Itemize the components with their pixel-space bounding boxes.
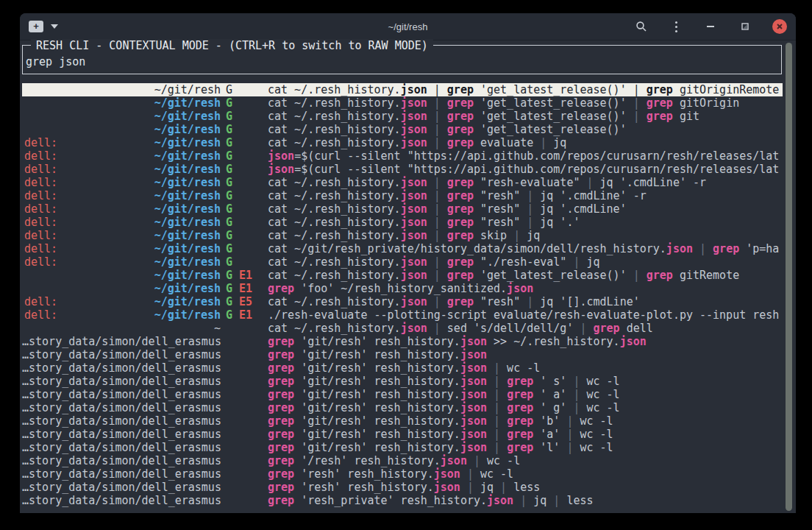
row-flags: G E1 bbox=[221, 282, 268, 295]
row-left-column: ~/git/resh bbox=[22, 123, 221, 136]
history-row[interactable]: dell:~/git/reshGcat ~/.resh_history.json… bbox=[22, 136, 783, 149]
history-row[interactable]: dell:~/git/reshGcat ~/.resh_history.json… bbox=[22, 229, 783, 242]
history-row[interactable]: ~/git/reshG E1grep 'foo' ~/resh_history_… bbox=[22, 282, 783, 295]
row-left-column: …story_data/simon/dell_erasmus bbox=[22, 467, 221, 481]
history-row[interactable]: ~/git/reshGcat ~/.resh_history.json | gr… bbox=[22, 123, 783, 136]
row-flags: G bbox=[221, 255, 268, 269]
command-text: cat ~/.resh_history.json | grep 'get_lat… bbox=[268, 269, 783, 282]
directory-label: ~ bbox=[214, 322, 221, 335]
history-row[interactable]: dell:~/git/reshGcat ~/.resh_history.json… bbox=[22, 189, 783, 202]
command-text: json=$(curl --silent "https://api.github… bbox=[268, 163, 783, 176]
history-row[interactable]: …story_data/simon/dell_erasmusgrep 'resh… bbox=[22, 481, 783, 494]
directory-label: ~/git/resh bbox=[154, 163, 221, 176]
history-row[interactable]: ~/git/reshGcat ~/.resh_history.json | gr… bbox=[22, 96, 783, 110]
command-text: cat ~/.resh_history.json | grep 'get_lat… bbox=[268, 110, 783, 123]
history-row[interactable]: dell:~/git/reshGcat ~/.resh_history.json… bbox=[22, 255, 783, 269]
row-left-column: ~/git/resh bbox=[22, 83, 221, 96]
git-flag: G bbox=[226, 202, 232, 216]
directory-label: ~/git/resh bbox=[154, 110, 221, 123]
row-left-column: ~/git/resh bbox=[22, 110, 221, 123]
restore-button[interactable] bbox=[738, 19, 752, 34]
history-row[interactable]: …story_data/simon/dell_erasmusgrep 'git/… bbox=[22, 401, 783, 414]
command-text: cat ~/.resh_history.json | grep 'get_lat… bbox=[268, 96, 783, 110]
history-row[interactable]: …story_data/simon/dell_erasmusgrep 'git/… bbox=[22, 414, 783, 428]
command-text: cat ~/.resh_history.json | grep "resh" |… bbox=[268, 189, 783, 202]
directory-label: ~/git/resh bbox=[154, 308, 221, 322]
directory-label: …story_data/simon/dell_erasmus bbox=[22, 401, 221, 414]
history-row[interactable]: ~/git/reshGcat ~/.resh_history.json | gr… bbox=[22, 110, 783, 123]
history-row[interactable]: dell:~/git/reshG E5cat ~/.resh_history.j… bbox=[22, 295, 783, 308]
git-flag: G bbox=[226, 96, 232, 110]
command-text: grep 'git/resh' resh_history.json | grep… bbox=[268, 428, 783, 441]
history-row[interactable]: …story_data/simon/dell_erasmusgrep 'resh… bbox=[22, 467, 783, 481]
history-row[interactable]: dell:~/git/reshGcat ~/.resh_history.json… bbox=[22, 216, 783, 229]
command-text: cat ~/.resh_history.json | grep "resh-ev… bbox=[268, 176, 783, 189]
history-row[interactable]: …story_data/simon/dell_erasmusgrep 'git/… bbox=[22, 428, 783, 441]
history-row[interactable]: dell:~/git/reshG E1./resh-evaluate --plo… bbox=[22, 308, 783, 322]
terminal-body: RESH CLI - CONTEXTUAL MODE - (CTRL+R to … bbox=[20, 40, 796, 513]
row-flags bbox=[221, 375, 268, 388]
history-row[interactable]: …story_data/simon/dell_erasmusgrep 'git/… bbox=[22, 375, 783, 388]
git-flag: G bbox=[226, 189, 232, 202]
history-row[interactable]: …story_data/simon/dell_erasmusgrep 'resh… bbox=[22, 494, 783, 507]
history-row[interactable]: dell:~/git/reshGcat ~/git/resh_private/h… bbox=[22, 242, 783, 255]
command-text: cat ~/git/resh_private/history_data/simo… bbox=[268, 242, 783, 255]
command-text: cat ~/.resh_history.json | sed 's/dell/d… bbox=[268, 322, 783, 335]
command-text: cat ~/.resh_history.json | grep "resh" |… bbox=[268, 295, 783, 308]
scrollbar-thumb[interactable] bbox=[786, 43, 792, 511]
row-left-column: …story_data/simon/dell_erasmus bbox=[22, 401, 221, 414]
directory-label: …story_data/simon/dell_erasmus bbox=[22, 375, 221, 388]
history-row[interactable]: ~cat ~/.resh_history.json | sed 's/dell/… bbox=[22, 322, 783, 335]
directory-label: ~/git/resh bbox=[154, 282, 221, 295]
history-row[interactable]: …story_data/simon/dell_erasmusgrep 'git/… bbox=[22, 335, 783, 348]
menu-button[interactable] bbox=[669, 19, 683, 34]
command-text: ./resh-evaluate --plotting-script evalua… bbox=[268, 308, 783, 322]
row-flags: G bbox=[221, 123, 268, 136]
host-label: dell: bbox=[24, 163, 57, 176]
row-left-column: ~/git/resh bbox=[22, 269, 221, 282]
history-row[interactable]: dell:~/git/reshGcat ~/.resh_history.json… bbox=[22, 176, 783, 189]
row-left-column: dell:~/git/resh bbox=[22, 163, 221, 176]
row-flags bbox=[221, 441, 268, 454]
history-row[interactable]: dell:~/git/reshGcat ~/.resh_history.json… bbox=[22, 202, 783, 216]
history-row[interactable]: …story_data/simon/dell_erasmusgrep 'git/… bbox=[22, 441, 783, 454]
history-row[interactable]: …story_data/simon/dell_erasmusgrep 'git/… bbox=[22, 361, 783, 375]
history-row[interactable]: …story_data/simon/dell_erasmusgrep 'git/… bbox=[22, 388, 783, 401]
row-flags bbox=[221, 428, 268, 441]
terminal-window: + ~/git/resh bbox=[20, 13, 796, 513]
row-flags bbox=[221, 388, 268, 401]
search-icon bbox=[635, 21, 647, 32]
row-left-column: dell:~/git/resh bbox=[22, 255, 221, 269]
directory-label: …story_data/simon/dell_erasmus bbox=[22, 481, 221, 494]
command-text: grep 'foo' ~/resh_history_sanitized.json bbox=[268, 282, 783, 295]
git-flag: G bbox=[226, 269, 232, 282]
git-flag: G bbox=[226, 242, 232, 255]
resh-header: RESH CLI - CONTEXTUAL MODE - (CTRL+R to … bbox=[31, 39, 433, 52]
new-tab-button[interactable]: + bbox=[29, 21, 43, 32]
search-query-input[interactable]: RESH CLI - CONTEXTUAL MODE - (CTRL+R to … bbox=[22, 45, 782, 74]
minimize-button[interactable] bbox=[703, 19, 718, 34]
row-flags bbox=[221, 335, 268, 348]
chevron-down-icon[interactable] bbox=[51, 24, 58, 29]
directory-label: ~/git/resh bbox=[154, 123, 221, 136]
row-flags: G bbox=[221, 83, 268, 96]
command-text: grep 'git/resh' resh_history.json | wc -… bbox=[268, 361, 783, 375]
history-row[interactable]: …story_data/simon/dell_erasmusgrep '/res… bbox=[22, 454, 783, 467]
row-left-column: dell:~/git/resh bbox=[22, 136, 221, 149]
history-row[interactable]: …story_data/simon/dell_erasmusgrep 'git/… bbox=[22, 348, 783, 361]
history-row[interactable]: dell:~/git/reshGjson=$(curl --silent "ht… bbox=[22, 149, 783, 163]
host-label: dell: bbox=[24, 255, 57, 269]
git-flag: G bbox=[226, 282, 232, 295]
directory-label: ~/git/resh bbox=[154, 255, 221, 269]
exit-status-flag: E1 bbox=[239, 282, 252, 295]
history-row[interactable]: ~/git/reshG E1cat ~/.resh_history.json |… bbox=[22, 269, 783, 282]
command-text: grep 'git/resh' resh_history.json | grep… bbox=[268, 401, 783, 414]
history-row[interactable]: ~/git/reshGcat ~/.resh_history.json | gr… bbox=[22, 83, 783, 96]
search-button[interactable] bbox=[634, 19, 649, 34]
row-left-column: dell:~/git/resh bbox=[22, 202, 221, 216]
command-text: grep 'resh' resh_history.json | wc -l bbox=[268, 467, 783, 481]
row-flags: G bbox=[221, 229, 268, 242]
history-row[interactable]: dell:~/git/reshGjson=$(curl --silent "ht… bbox=[22, 163, 783, 176]
command-text: cat ~/.resh_history.json | grep 'get_lat… bbox=[268, 83, 783, 96]
close-button[interactable] bbox=[772, 19, 787, 34]
